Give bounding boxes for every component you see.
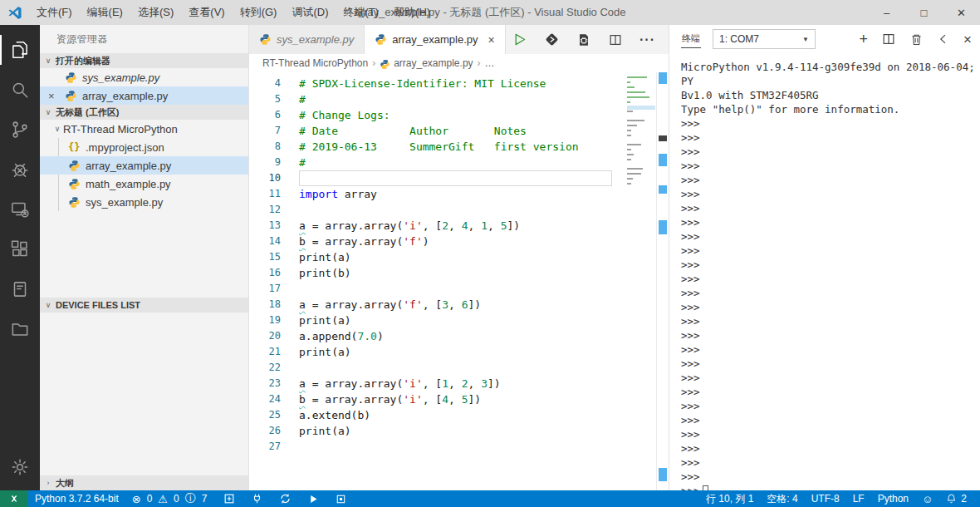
more-actions-button-icon[interactable]: ··· (639, 32, 655, 47)
code-editor[interactable]: 4# SPDX-License-Identifier: MIT License5… (249, 72, 669, 490)
menu-terminal[interactable]: 终端(T) (336, 5, 386, 20)
open-editor-item[interactable]: ×array_example.py (40, 86, 248, 105)
terminal-dropdown[interactable]: 1: COM7 ▼ (713, 29, 816, 49)
activity-debug-icon[interactable] (0, 150, 40, 190)
terminal-prompt-line: >>> (681, 357, 980, 371)
tab-label: sys_example.py (277, 33, 354, 46)
sidebar-empty-space (40, 313, 248, 475)
code-text: # (299, 155, 612, 170)
code-text: print(a) (299, 313, 612, 328)
section-device-files[interactable]: ∨ DEVICE FILES LIST (40, 298, 248, 313)
terminal-prompt-line: >>> (681, 470, 980, 484)
terminal-prompt-line: >>> (681, 145, 980, 159)
previous-icon[interactable] (937, 32, 950, 46)
breadcrumb-item[interactable]: … (485, 57, 495, 69)
minimap-line (627, 178, 655, 182)
section-workspace[interactable]: ∨ 无标题 (工作区) (40, 105, 248, 120)
menu-go[interactable]: 转到(G) (233, 5, 285, 20)
python-file-icon (68, 160, 81, 172)
breadcrumb-item[interactable]: array_example.py (380, 57, 473, 69)
tree-item[interactable]: array_example.py (40, 156, 248, 175)
status-indentation[interactable]: 空格: 4 (760, 490, 804, 507)
activity-notebook-icon[interactable] (0, 269, 40, 309)
terminal-prompt-line: >>> (681, 201, 980, 215)
activity-folder-view-icon[interactable] (0, 309, 40, 349)
activity-search-icon[interactable] (0, 70, 40, 110)
tree-item[interactable]: math_example.py (40, 175, 248, 193)
menu-help[interactable]: 帮助(H) (386, 5, 438, 20)
json-file-icon: {} (68, 141, 81, 153)
tab-sys_example.py[interactable]: sys_example.py (249, 25, 365, 54)
section-open-editors[interactable]: ∨ 打开的编辑器 (40, 53, 248, 68)
menu-edit[interactable]: 编辑(E) (80, 5, 130, 20)
line-number: 8 (249, 139, 299, 155)
menu-selection[interactable]: 选择(S) (130, 5, 181, 20)
status-stop-button[interactable] (327, 490, 355, 507)
status-notifications[interactable]: 2 (939, 490, 973, 507)
new-terminal-icon[interactable]: + (860, 32, 869, 47)
activity-explorer-icon[interactable] (0, 30, 40, 70)
code-line: 27 (249, 439, 612, 455)
tree-item-label: math_example.py (86, 178, 171, 190)
code-line: 21print(a) (249, 344, 612, 360)
open-editor-item[interactable]: sys_example.py (40, 68, 248, 86)
minimap-line (627, 144, 655, 148)
section-outline[interactable]: › 大纲 (40, 475, 248, 490)
close-button[interactable]: ✕ (943, 0, 980, 25)
tree-folder[interactable]: ∨ RT-Thread MicroPython (40, 120, 248, 138)
terminal-output[interactable]: MicroPython v1.9.4-114-g309fe39d on 2018… (669, 53, 980, 490)
kill-terminal-icon[interactable] (909, 32, 924, 47)
status-sync-button[interactable] (271, 490, 300, 507)
minimap[interactable] (627, 76, 655, 191)
tab-terminal[interactable]: 终端 (681, 30, 701, 48)
terminal-prompt-line: >>> (681, 286, 980, 300)
menu-file[interactable]: 文件(F) (29, 5, 80, 20)
activity-remote-device-icon[interactable] (0, 190, 40, 229)
status-encoding[interactable]: UTF-8 (805, 490, 846, 507)
remote-indicator[interactable] (0, 490, 28, 507)
activity-extensions-icon[interactable] (0, 229, 40, 269)
line-number: 5 (249, 91, 299, 107)
run-button-icon[interactable] (512, 32, 527, 47)
download-button-icon[interactable] (544, 32, 560, 47)
minimap-line (627, 86, 655, 91)
tree-item[interactable]: sys_example.py (40, 193, 248, 211)
activity-source-control-icon[interactable] (0, 110, 40, 150)
minimap-line (627, 139, 655, 143)
status-run-button[interactable] (300, 490, 327, 507)
code-line: 20a.append(7.0) (249, 328, 612, 344)
tree-item[interactable]: {}.mpyproject.json (40, 138, 248, 156)
status-cursor-position[interactable]: 行 10, 列 1 (699, 490, 760, 507)
close-icon[interactable]: × (488, 33, 495, 47)
code-line: 10 (249, 170, 612, 186)
line-number: 23 (249, 376, 299, 391)
chevron-down-icon: ∨ (51, 125, 63, 133)
status-eol[interactable]: LF (846, 490, 871, 507)
window-controls: –□✕ (868, 0, 980, 25)
breadcrumb-item[interactable]: RT-Thread MicroPython (262, 57, 368, 69)
status-feedback[interactable]: ☺ (915, 490, 939, 507)
status-bar: Python 3.7.2 64-bit⊗0⚠0ⓘ7 行 10, 列 1空格: 4… (0, 490, 980, 507)
breadcrumb-label: RT-Thread MicroPython (262, 57, 368, 69)
code-text: a = array.array('i', [1, 2, 3]) (299, 376, 612, 391)
status-python-interpreter[interactable]: Python 3.7.2 64-bit (28, 490, 125, 507)
menu-debug[interactable]: 调试(D) (284, 5, 336, 20)
status-usb-device-button[interactable] (243, 490, 271, 507)
close-panel-icon[interactable]: × (963, 32, 972, 47)
memory-file-button-icon[interactable] (576, 32, 591, 47)
status-add-button[interactable] (215, 490, 243, 507)
status-problems[interactable]: ⊗0⚠0ⓘ7 (125, 490, 216, 507)
split-terminal-icon[interactable] (881, 32, 896, 47)
code-text: a.append(7.0) (299, 328, 612, 344)
status-language-mode[interactable]: Python (871, 490, 915, 507)
minimize-button[interactable]: – (868, 0, 905, 25)
activity-settings-icon[interactable] (0, 447, 40, 487)
maximize-button[interactable]: □ (905, 0, 943, 25)
minimap-line (627, 106, 655, 110)
close-icon[interactable]: × (48, 90, 55, 102)
line-number: 7 (249, 123, 299, 139)
tab-array_example.py[interactable]: array_example.py× (365, 25, 506, 54)
split-editor-button-icon[interactable] (608, 32, 623, 47)
code-lines: 4# SPDX-License-Identifier: MIT License5… (249, 76, 612, 455)
menu-view[interactable]: 查看(V) (181, 5, 232, 20)
